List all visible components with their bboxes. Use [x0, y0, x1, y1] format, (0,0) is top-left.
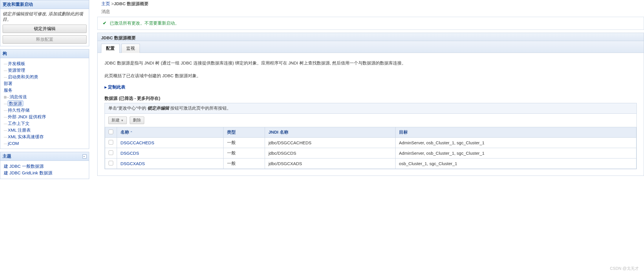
description-1: JDBC 数据源是指与 JNDI 树 (通过一组 JDBC 连接提供数据库连接)… — [105, 59, 637, 67]
chevron-down-icon: ▼ — [121, 119, 124, 122]
messages-text: 已激活所有更改。不需要重新启动。 — [110, 21, 179, 25]
row-checkbox[interactable] — [109, 161, 113, 165]
topic-item[interactable]: 建 JDBC GridLink 数据源 — [3, 170, 87, 176]
table-row: DSGCCACHEDS一般jdbc/DSGCCACHEDSAdminServer… — [105, 138, 636, 148]
select-all-checkbox[interactable] — [109, 130, 113, 134]
change-center-panel: 更改和重新启动 锁定并编辑按钮可修改, 添加或删除此的项目。 锁定并编辑 释放配… — [0, 0, 89, 46]
release-config-button[interactable]: 释放配置 — [3, 35, 87, 44]
tree-node[interactable]: 并发模板 — [3, 60, 87, 67]
tree-node[interactable]: 外部 JNDI 提供程序 — [3, 114, 87, 120]
lock-help-bar: 单击"更改中心"中的 锁定并编辑 按钮可激活此页中的所有按钮。 — [105, 103, 637, 114]
col-name[interactable]: 名称 — [117, 127, 224, 138]
change-center-note: 锁定并编辑按钮可修改, 添加或删除此的项目。 — [3, 11, 87, 22]
description-2: 此页概括了已在该域中创建的 JDBC 数据源对象。 — [105, 72, 637, 80]
topics-header: 主题 — [0, 152, 89, 161]
breadcrumb-home[interactable]: 主页 — [101, 1, 110, 6]
table-row: DSGCDS一般jdbc/DSGCDSAdminServer, osb_Clus… — [105, 148, 636, 158]
new-button[interactable]: 新建▼ — [108, 117, 127, 124]
domain-structure-title: 构 — [0, 49, 89, 58]
breadcrumb: 主页 >JDBC 数据源概要 — [97, 0, 644, 8]
tree-node[interactable]: jCOM — [3, 140, 87, 146]
tree-node-label[interactable]: XML 注册表 — [8, 128, 31, 132]
ds-jndi: jdbc/DSGCCACHEDS — [265, 138, 396, 148]
tree-node-label[interactable]: 部署 — [4, 81, 12, 86]
col-type[interactable]: 类型 — [224, 127, 265, 138]
tree-node[interactable]: XML 实体高速缓存 — [3, 134, 87, 140]
row-checkbox[interactable] — [109, 150, 113, 155]
table-row: DSGCXADS一般jdbc/DSGCXADSosb_Cluster_1, sg… — [105, 158, 636, 169]
row-checkbox[interactable] — [109, 140, 113, 145]
col-checkbox — [105, 127, 117, 138]
check-icon: ✔ — [103, 21, 107, 26]
tree-node[interactable]: 资源管理 — [3, 67, 87, 74]
tree-node-label[interactable]: 并发模板 — [8, 61, 25, 66]
tree-node-label[interactable]: 外部 JNDI 提供程序 — [8, 114, 46, 119]
topic-item[interactable]: 建 JDBC 一般数据源 — [3, 163, 87, 170]
tree-node-label[interactable]: jCOM — [8, 141, 19, 146]
tree-node[interactable]: XML 注册表 — [3, 127, 87, 134]
customize-table-link[interactable]: 定制此表 — [105, 84, 637, 90]
tree-node-label[interactable]: 工作上下文 — [8, 121, 30, 126]
topic-link[interactable]: 建 JDBC GridLink 数据源 — [4, 170, 52, 175]
breadcrumb-current: JDBC 数据源概要 — [114, 1, 149, 6]
tree-node[interactable]: 部署 — [3, 80, 87, 87]
lock-edit-button[interactable]: 锁定并编辑 — [3, 25, 87, 33]
ds-type: 一般 — [224, 148, 265, 158]
ds-jndi: jdbc/DSGCXADS — [265, 158, 396, 169]
tab-配置[interactable]: 配置 — [101, 44, 120, 53]
tree-node-label[interactable]: 启动类和关闭类 — [8, 74, 38, 79]
ds-type: 一般 — [224, 158, 265, 169]
ds-type: 一般 — [224, 138, 265, 148]
content-box: JDBC 数据源概要 配置监视 JDBC 数据源是指与 JNDI 树 (通过一组… — [97, 33, 644, 176]
tabstrip: 配置监视 — [98, 41, 644, 53]
ds-target: AdminServer, osb_Cluster_1, sgc_Cluster_… — [395, 148, 636, 158]
ds-jndi: jdbc/DSGCDS — [265, 148, 396, 158]
messages-label: 消息 — [97, 8, 644, 15]
ds-target: AdminServer, osb_Cluster_1, sgc_Cluster_… — [395, 138, 636, 148]
tree-node-label[interactable]: 数据源 — [8, 101, 23, 106]
datasource-heading: 数据源 (已筛选 - 更多列存在) — [105, 96, 637, 101]
ds-name-link[interactable]: DSGCCACHEDS — [120, 140, 154, 145]
topics-panel: 主题 建 JDBC 一般数据源建 JDBC GridLink 数据源 — [0, 152, 89, 179]
ds-name-link[interactable]: DSGCXADS — [120, 161, 145, 166]
tree-node-label[interactable]: 资源管理 — [8, 68, 25, 73]
messages-box: ✔ 已激活所有更改。不需要重新启动。 — [97, 17, 644, 30]
tree-node-label[interactable]: XML 实体高速缓存 — [8, 134, 44, 139]
tree-node[interactable]: 启动类和关闭类 — [3, 74, 87, 80]
tab-监视[interactable]: 监视 — [121, 44, 140, 53]
datasource-table: 名称 类型 JNDI 名称 目标 DSGCCACHEDS一般jdbc/DSGCC… — [105, 127, 636, 169]
delete-button[interactable]: 删除 — [130, 117, 144, 124]
tree-node[interactable]: 消息传送 — [3, 94, 87, 100]
tree-node[interactable]: 工作上下文 — [3, 120, 87, 127]
tree-node-label[interactable]: 持久性存储 — [8, 108, 30, 112]
ds-name-link[interactable]: DSGCDS — [120, 151, 139, 156]
tree-node-label[interactable]: 消息传送 — [10, 94, 27, 99]
tree-node[interactable]: 数据源 — [3, 100, 87, 107]
topics-title: 主题 — [3, 154, 11, 159]
domain-tree: 并发模板资源管理启动类和关闭类部署服务消息传送数据源持久性存储外部 JNDI 提… — [3, 60, 87, 146]
topics-list: 建 JDBC 一般数据源建 JDBC GridLink 数据源 — [3, 163, 87, 176]
topic-link[interactable]: 建 JDBC 一般数据源 — [4, 164, 44, 169]
tree-node-label[interactable]: 服务 — [4, 88, 12, 93]
collapse-icon[interactable] — [83, 154, 87, 158]
ds-target: osb_Cluster_1, sgc_Cluster_1 — [395, 158, 636, 169]
domain-structure-panel: 构 并发模板资源管理启动类和关闭类部署服务消息传送数据源持久性存储外部 JNDI… — [0, 49, 89, 149]
content-title: JDBC 数据源概要 — [98, 33, 644, 41]
change-center-title: 更改和重新启动 — [0, 0, 89, 9]
tree-node[interactable]: 服务 — [3, 87, 87, 94]
col-target[interactable]: 目标 — [395, 127, 636, 138]
col-jndi[interactable]: JNDI 名称 — [265, 127, 396, 138]
tree-node[interactable]: 持久性存储 — [3, 107, 87, 114]
